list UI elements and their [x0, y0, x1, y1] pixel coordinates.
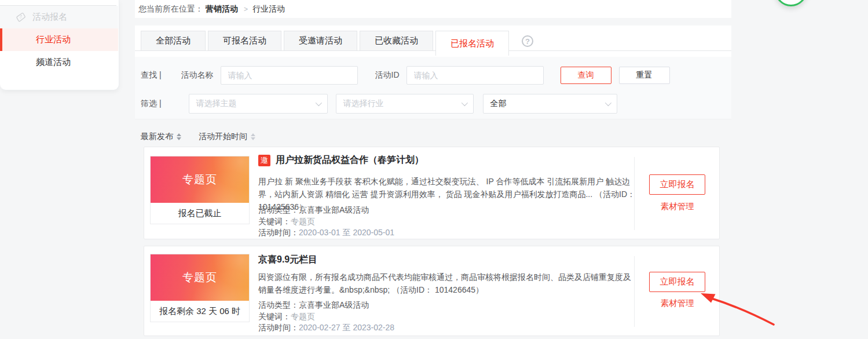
sort-start-time-label: 活动开始时间 [199, 132, 247, 142]
search-section-label: 查找 | [141, 70, 162, 81]
activity-name-label: 活动名称 [181, 70, 214, 81]
tab-invited[interactable]: 受邀请活动 [284, 31, 357, 51]
meta-keyword-value: 专题页 [291, 217, 315, 226]
topic-select[interactable]: 请选择主题 [189, 94, 328, 114]
meta-time-label: 活动时间： [258, 228, 299, 237]
meta-type-label: 活动类型： [258, 205, 299, 214]
material-manage-link[interactable]: 素材管理 [649, 201, 705, 212]
tabs-row: 全部活动 可报名活动 受邀请活动 已收藏活动 已报名活动 ? [141, 31, 533, 56]
topic-select-value: 请选择主题 [196, 99, 237, 109]
tab-all-activities[interactable]: 全部活动 [141, 31, 206, 51]
sidebar-item-label: 活动报名 [32, 12, 67, 23]
meta-type-label: 活动类型： [258, 300, 299, 309]
activity-thumbnail: 专题页 报名剩余 32 天 06 时 [150, 254, 250, 322]
search-row: 查找 | 活动名称 活动ID 查询 重置 [141, 66, 670, 85]
meta-keyword-value: 专题页 [291, 312, 315, 321]
breadcrumb: 您当前所在位置： 营销活动 > 行业活动 [135, 0, 731, 18]
meta-type-value: 京喜事业部A级活动 [299, 300, 369, 309]
chevron-down-icon [461, 100, 467, 106]
activity-id-input[interactable] [406, 66, 544, 85]
banner-image: 专题页 [151, 254, 249, 301]
query-button[interactable]: 查询 [561, 67, 611, 84]
sort-row: 最新发布 活动开始时间 [141, 132, 255, 142]
activity-id-label: 活动ID [375, 70, 400, 81]
meta-time: 活动时间：2020-02-27 至 2023-02-28 [258, 322, 394, 334]
sidebar-item-label: 频道活动 [36, 57, 71, 68]
activity-meta: 活动类型：京喜事业部A级活动 关键词：专题页 活动时间：2020-02-27 至… [258, 300, 394, 334]
breadcrumb-separator-icon: > [244, 5, 248, 13]
reset-button[interactable]: 重置 [619, 67, 670, 84]
meta-time-value: 2020-02-27 至 2023-02-28 [299, 323, 394, 332]
activity-thumbnail: 专题页 报名已截止 [150, 156, 250, 224]
activity-meta: 活动类型：京喜事业部A级活动 关键词：专题页 活动时间：2020-03-01 至… [258, 205, 394, 239]
sort-latest[interactable]: 最新发布 [141, 132, 181, 142]
meta-keyword: 关键词：专题页 [258, 311, 394, 323]
meta-type: 活动类型：京喜事业部A级活动 [258, 300, 394, 311]
meta-time: 活动时间：2020-03-01 至 2020-05-01 [258, 227, 394, 239]
apply-now-button[interactable]: 立即报名 [649, 174, 705, 195]
breadcrumb-prefix: 您当前所在位置： [138, 4, 203, 14]
meta-keyword: 关键词：专题页 [258, 216, 394, 228]
card-title-row: 邀 用户拉新货品权益合作（春笋计划） [258, 154, 424, 166]
industry-select[interactable]: 请选择行业 [336, 94, 474, 114]
activity-title[interactable]: 京喜9.9元栏目 [258, 254, 317, 266]
signup-status: 报名已截止 [151, 203, 249, 224]
sidebar-item-label: 行业活动 [36, 34, 71, 45]
tabs-section: 全部活动 可报名活动 受邀请活动 已收藏活动 已报名活动 ? [135, 25, 731, 57]
sidebar-item-industry-activity[interactable]: 行业活动 [0, 28, 118, 51]
card-divider [634, 256, 635, 327]
material-manage-link[interactable]: 素材管理 [649, 298, 705, 309]
sort-carets-icon [177, 133, 181, 140]
banner-text: 专题页 [182, 172, 217, 187]
signup-status: 报名剩余 32 天 06 时 [151, 301, 249, 322]
page: 活动报名 行业活动 频道活动 您当前所在位置： 营销活动 > 行业活动 全部活动… [0, 0, 868, 339]
status-select[interactable]: 全部 [483, 94, 617, 114]
meta-keyword-label: 关键词： [258, 217, 291, 226]
banner-image: 专题页 [151, 156, 249, 203]
filter-section-label: 筛选 | [141, 99, 162, 109]
activity-card: 专题页 报名剩余 32 天 06 时 京喜9.9元栏目 因资源位有限，所有报名成… [144, 246, 720, 336]
invite-badge: 邀 [258, 155, 270, 166]
sidebar-item-channel-activity[interactable]: 频道活动 [0, 51, 118, 74]
meta-keyword-label: 关键词： [258, 312, 291, 321]
filter-section: 查找 | 活动名称 活动ID 查询 重置 筛选 | 请选择主题 请选择行业 全部 [135, 57, 731, 119]
activity-name-input[interactable] [221, 66, 358, 85]
sidebar-item-activity-signup[interactable]: 活动报名 [0, 6, 118, 28]
meta-type: 活动类型：京喜事业部A级活动 [258, 205, 394, 216]
meta-time-label: 活动时间： [258, 323, 299, 332]
chevron-down-icon [315, 100, 321, 106]
sort-latest-label: 最新发布 [141, 132, 173, 142]
sort-start-time[interactable]: 活动开始时间 [199, 132, 255, 142]
industry-select-value: 请选择行业 [343, 99, 384, 109]
sort-carets-icon [251, 133, 255, 140]
meta-type-value: 京喜事业部A级活动 [299, 205, 369, 214]
sidebar: 活动报名 行业活动 频道活动 [0, 0, 119, 90]
chevron-down-icon [605, 100, 611, 106]
card-divider [634, 157, 635, 230]
banner-text: 专题页 [182, 270, 217, 285]
tab-favorited[interactable]: 已收藏活动 [360, 31, 433, 51]
card-title-row: 京喜9.9元栏目 [258, 254, 317, 266]
meta-time-value: 2020-03-01 至 2020-05-01 [299, 228, 394, 237]
breadcrumb-parent[interactable]: 营销活动 [206, 4, 238, 14]
filter-row: 筛选 | 请选择主题 请选择行业 全部 [141, 94, 617, 114]
activity-card: 专题页 报名已截止 邀 用户拉新货品权益合作（春笋计划） 用户拉 新 聚焦业务手… [144, 147, 720, 239]
help-icon[interactable]: ? [522, 35, 533, 47]
status-select-value: 全部 [490, 99, 507, 109]
activity-title[interactable]: 用户拉新货品权益合作（春笋计划） [276, 154, 424, 166]
breadcrumb-current: 行业活动 [252, 4, 285, 14]
apply-now-button[interactable]: 立即报名 [649, 272, 705, 292]
floating-button[interactable] [775, 0, 807, 6]
tab-open-signup[interactable]: 可报名活动 [208, 31, 281, 51]
tag-icon [15, 12, 27, 23]
activity-description: 因资源位有限，所有报名成功商品不代表均能审核通过，商品审核将根据报名时间、品类及… [258, 271, 638, 296]
tab-signed-up[interactable]: 已报名活动 [435, 31, 509, 56]
